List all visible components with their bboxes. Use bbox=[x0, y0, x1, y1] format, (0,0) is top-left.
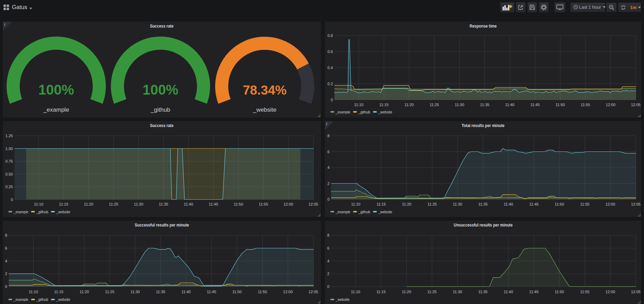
svg-text:12:00: 12:00 bbox=[606, 202, 615, 206]
svg-text:2: 2 bbox=[327, 181, 329, 186]
svg-text:11:50: 11:50 bbox=[234, 202, 243, 206]
svg-text:11:40: 11:40 bbox=[184, 202, 193, 206]
svg-text:11:55: 11:55 bbox=[581, 103, 590, 107]
svg-text:12:00: 12:00 bbox=[606, 290, 615, 294]
svg-text:11:35: 11:35 bbox=[478, 290, 488, 294]
svg-text:11:45: 11:45 bbox=[209, 202, 218, 206]
svg-text:11:30: 11:30 bbox=[134, 202, 143, 206]
svg-text:11:55: 11:55 bbox=[258, 290, 267, 294]
svg-text:11:15: 11:15 bbox=[59, 202, 68, 206]
svg-text:8: 8 bbox=[5, 233, 7, 237]
svg-text:_website: _website bbox=[56, 297, 70, 302]
svg-text:0: 0 bbox=[5, 284, 7, 289]
svg-text:0.50: 0.50 bbox=[6, 172, 13, 176]
svg-text:11:45: 11:45 bbox=[529, 290, 539, 294]
svg-text:0: 0 bbox=[11, 198, 13, 202]
svg-text:_github: _github bbox=[151, 106, 170, 113]
svg-text:11:40: 11:40 bbox=[504, 202, 513, 206]
svg-text:_example: _example bbox=[13, 210, 28, 214]
svg-text:11:35: 11:35 bbox=[478, 202, 488, 206]
svg-text:_website: _website bbox=[378, 210, 392, 214]
svg-text:11:20: 11:20 bbox=[402, 202, 411, 206]
svg-text:_example: _example bbox=[335, 210, 350, 214]
svg-text:11:20: 11:20 bbox=[80, 290, 89, 294]
svg-text:1.00: 1.00 bbox=[6, 147, 13, 151]
svg-text:11:20: 11:20 bbox=[404, 103, 414, 107]
svg-text:0.25: 0.25 bbox=[6, 185, 13, 189]
svg-text:11:30: 11:30 bbox=[453, 290, 462, 294]
svg-text:11:35: 11:35 bbox=[480, 103, 489, 107]
svg-text:11:25: 11:25 bbox=[427, 290, 437, 294]
svg-text:11:20: 11:20 bbox=[84, 202, 93, 206]
svg-text:12:00: 12:00 bbox=[283, 290, 293, 294]
svg-text:11:15: 11:15 bbox=[376, 202, 386, 206]
svg-text:_website: _website bbox=[335, 297, 350, 302]
svg-text:11:15: 11:15 bbox=[379, 103, 389, 107]
svg-text:11:15: 11:15 bbox=[54, 290, 64, 294]
svg-text:12:00: 12:00 bbox=[284, 202, 293, 206]
svg-text:11:10: 11:10 bbox=[351, 290, 360, 294]
svg-text:12:05: 12:05 bbox=[631, 103, 641, 107]
svg-text:12:00: 12:00 bbox=[606, 103, 616, 107]
svg-text:11:45: 11:45 bbox=[207, 290, 216, 294]
svg-text:11:50: 11:50 bbox=[232, 290, 242, 294]
svg-text:_example: _example bbox=[335, 110, 350, 114]
svg-text:11:50: 11:50 bbox=[556, 103, 565, 107]
svg-text:6: 6 bbox=[327, 246, 329, 250]
svg-text:0.6: 0.6 bbox=[328, 50, 333, 54]
svg-text:_github: _github bbox=[36, 210, 48, 214]
svg-text:11:25: 11:25 bbox=[427, 202, 437, 206]
svg-text:78.34%: 78.34% bbox=[243, 83, 287, 97]
svg-text:0: 0 bbox=[327, 284, 329, 289]
svg-text:11:45: 11:45 bbox=[530, 103, 540, 107]
svg-text:0: 0 bbox=[331, 98, 333, 102]
svg-text:6: 6 bbox=[327, 150, 329, 154]
svg-text:11:10: 11:10 bbox=[354, 103, 364, 107]
svg-text:100%: 100% bbox=[142, 82, 178, 97]
svg-text:11:10: 11:10 bbox=[34, 202, 43, 206]
svg-text:11:55: 11:55 bbox=[580, 202, 590, 206]
svg-text:11:40: 11:40 bbox=[504, 290, 513, 294]
svg-text:11:25: 11:25 bbox=[105, 290, 115, 294]
svg-text:12:05: 12:05 bbox=[308, 202, 318, 206]
svg-text:_example: _example bbox=[43, 106, 69, 113]
svg-text:8: 8 bbox=[327, 134, 329, 138]
svg-text:11:25: 11:25 bbox=[109, 202, 118, 206]
svg-text:0: 0 bbox=[327, 197, 329, 201]
svg-text:11:10: 11:10 bbox=[29, 290, 38, 294]
svg-text:11:20: 11:20 bbox=[402, 290, 411, 294]
svg-text:11:30: 11:30 bbox=[455, 103, 464, 107]
svg-text:8: 8 bbox=[327, 233, 329, 237]
svg-text:11:45: 11:45 bbox=[529, 202, 539, 206]
svg-text:11:30: 11:30 bbox=[131, 290, 140, 294]
svg-text:2: 2 bbox=[5, 272, 7, 276]
svg-text:2: 2 bbox=[327, 272, 329, 276]
svg-text:6: 6 bbox=[5, 246, 7, 250]
svg-text:_example: _example bbox=[13, 297, 28, 302]
svg-text:11:35: 11:35 bbox=[156, 290, 166, 294]
svg-text:_website: _website bbox=[253, 106, 276, 113]
svg-text:11:15: 11:15 bbox=[376, 290, 386, 294]
svg-text:_website: _website bbox=[378, 110, 392, 114]
svg-text:12:05: 12:05 bbox=[631, 202, 641, 206]
svg-text:11:35: 11:35 bbox=[159, 202, 168, 206]
svg-text:0.2: 0.2 bbox=[328, 82, 333, 86]
svg-text:11:25: 11:25 bbox=[430, 103, 439, 107]
svg-text:0.4: 0.4 bbox=[328, 66, 333, 70]
svg-text:_github: _github bbox=[358, 210, 370, 214]
svg-text:_github: _github bbox=[36, 297, 48, 302]
svg-text:0.75: 0.75 bbox=[6, 159, 13, 163]
svg-text:_website: _website bbox=[56, 210, 70, 214]
svg-text:11:40: 11:40 bbox=[505, 103, 515, 107]
svg-text:11:50: 11:50 bbox=[555, 290, 564, 294]
svg-text:11:50: 11:50 bbox=[555, 202, 564, 206]
svg-text:4: 4 bbox=[327, 165, 329, 170]
svg-text:11:30: 11:30 bbox=[453, 202, 462, 206]
svg-text:12:05: 12:05 bbox=[631, 290, 641, 294]
svg-text:11:55: 11:55 bbox=[580, 290, 590, 294]
svg-text:11:40: 11:40 bbox=[181, 290, 191, 294]
svg-text:1.25: 1.25 bbox=[6, 134, 13, 138]
svg-text:0.8: 0.8 bbox=[328, 34, 333, 38]
svg-text:_github: _github bbox=[358, 110, 370, 114]
svg-text:100%: 100% bbox=[38, 82, 74, 97]
